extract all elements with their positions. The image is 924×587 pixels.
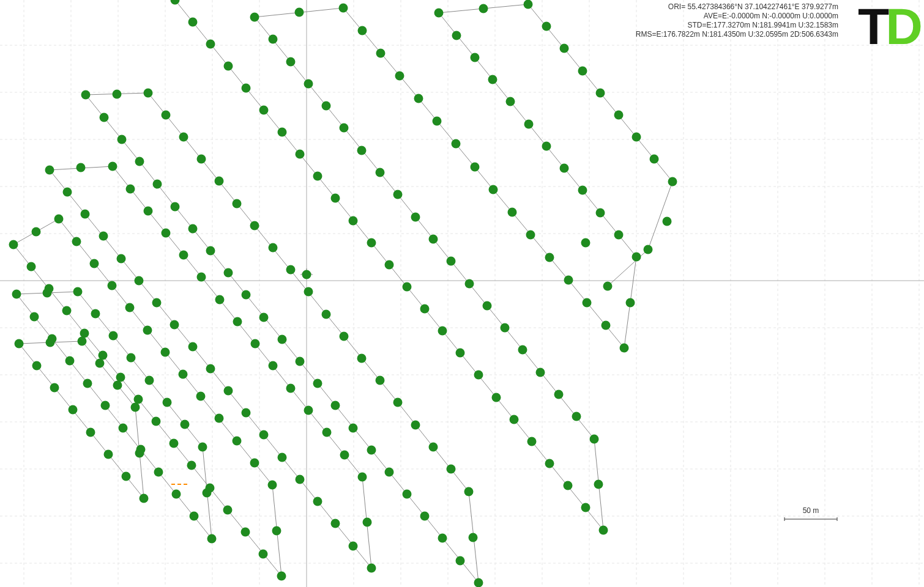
waypoint[interactable] bbox=[331, 194, 340, 203]
waypoint[interactable] bbox=[91, 309, 100, 319]
waypoint[interactable] bbox=[163, 398, 172, 407]
waypoint[interactable] bbox=[603, 282, 613, 291]
waypoint[interactable] bbox=[596, 89, 605, 98]
waypoint[interactable] bbox=[269, 243, 278, 253]
waypoint[interactable] bbox=[152, 298, 162, 308]
waypoint[interactable] bbox=[104, 450, 113, 459]
waypoint[interactable] bbox=[54, 215, 64, 224]
waypoint[interactable] bbox=[434, 9, 444, 18]
waypoint[interactable] bbox=[286, 384, 296, 393]
waypoint[interactable] bbox=[357, 146, 367, 155]
waypoint[interactable] bbox=[154, 468, 163, 477]
waypoint[interactable] bbox=[46, 338, 55, 347]
waypoint[interactable] bbox=[349, 542, 358, 551]
waypoint[interactable] bbox=[278, 128, 287, 137]
waypoint[interactable] bbox=[340, 451, 349, 460]
waypoint[interactable] bbox=[224, 62, 233, 71]
waypoint[interactable] bbox=[376, 376, 385, 385]
waypoint[interactable] bbox=[144, 89, 153, 98]
waypoint[interactable] bbox=[403, 282, 412, 292]
waypoint[interactable] bbox=[668, 177, 677, 186]
map-svg[interactable] bbox=[0, 0, 924, 587]
waypoint[interactable] bbox=[43, 289, 52, 298]
waypoint[interactable] bbox=[296, 475, 305, 484]
waypoint[interactable] bbox=[259, 313, 269, 322]
waypoint[interactable] bbox=[259, 106, 269, 115]
waypoint[interactable] bbox=[80, 329, 89, 338]
waypoint[interactable] bbox=[447, 257, 456, 266]
waypoint[interactable] bbox=[322, 428, 332, 437]
waypoint[interactable] bbox=[242, 84, 251, 93]
waypoint[interactable] bbox=[583, 298, 592, 308]
waypoint[interactable] bbox=[590, 435, 599, 444]
waypoint[interactable] bbox=[438, 327, 447, 336]
waypoint[interactable] bbox=[614, 111, 624, 120]
waypoint[interactable] bbox=[187, 461, 196, 470]
waypoint[interactable] bbox=[581, 238, 591, 248]
waypoint[interactable] bbox=[322, 310, 331, 319]
waypoint[interactable] bbox=[340, 332, 349, 341]
waypoint[interactable] bbox=[313, 172, 322, 181]
waypoint[interactable] bbox=[95, 359, 105, 368]
waypoint[interactable] bbox=[250, 13, 259, 22]
waypoint[interactable] bbox=[376, 168, 385, 177]
waypoint[interactable] bbox=[108, 281, 117, 290]
waypoint[interactable] bbox=[524, 0, 533, 9]
waypoint[interactable] bbox=[126, 185, 135, 194]
waypoint[interactable] bbox=[101, 401, 110, 410]
waypoint[interactable] bbox=[471, 163, 480, 172]
waypoint[interactable] bbox=[250, 221, 259, 231]
waypoint[interactable] bbox=[296, 150, 305, 159]
waypoint[interactable] bbox=[131, 403, 140, 412]
waypoint[interactable] bbox=[474, 578, 483, 588]
waypoint[interactable] bbox=[483, 301, 492, 311]
waypoint[interactable] bbox=[215, 177, 224, 186]
waypoint[interactable] bbox=[433, 117, 442, 126]
waypoint[interactable] bbox=[278, 453, 287, 462]
waypoint[interactable] bbox=[506, 97, 515, 106]
waypoint[interactable] bbox=[367, 446, 376, 455]
waypoint[interactable] bbox=[331, 401, 340, 410]
waypoint[interactable] bbox=[76, 163, 86, 172]
waypoint[interactable] bbox=[153, 180, 162, 189]
waypoint[interactable] bbox=[474, 371, 483, 380]
waypoint[interactable] bbox=[438, 534, 447, 543]
waypoint[interactable] bbox=[339, 4, 348, 13]
waypoint[interactable] bbox=[171, 202, 180, 212]
waypoint[interactable] bbox=[357, 354, 367, 363]
waypoint[interactable] bbox=[196, 392, 206, 401]
waypoint[interactable] bbox=[122, 472, 131, 481]
waypoint[interactable] bbox=[536, 368, 545, 377]
waypoint[interactable] bbox=[620, 344, 629, 353]
waypoint[interactable] bbox=[304, 287, 313, 297]
waypoint[interactable] bbox=[488, 75, 497, 84]
waypoint[interactable] bbox=[12, 290, 21, 299]
waypoint[interactable] bbox=[135, 449, 144, 458]
waypoint[interactable] bbox=[302, 270, 311, 279]
waypoint[interactable] bbox=[447, 465, 456, 474]
waypoint[interactable] bbox=[632, 253, 641, 262]
waypoint[interactable] bbox=[358, 473, 367, 482]
waypoint[interactable] bbox=[650, 155, 659, 164]
waypoint[interactable] bbox=[233, 317, 242, 327]
waypoint[interactable] bbox=[170, 320, 179, 330]
waypoint[interactable] bbox=[545, 459, 554, 468]
waypoint[interactable] bbox=[206, 246, 215, 256]
waypoint[interactable] bbox=[599, 526, 608, 535]
waypoint[interactable] bbox=[190, 512, 199, 521]
waypoint[interactable] bbox=[30, 312, 39, 322]
waypoint[interactable] bbox=[464, 487, 474, 497]
waypoint[interactable] bbox=[116, 373, 125, 382]
waypoint[interactable] bbox=[50, 383, 59, 393]
waypoint[interactable] bbox=[140, 494, 149, 503]
waypoint[interactable] bbox=[395, 72, 404, 81]
waypoint[interactable] bbox=[117, 254, 126, 264]
waypoint[interactable] bbox=[602, 321, 611, 330]
waypoint[interactable] bbox=[471, 53, 480, 62]
waypoint[interactable] bbox=[564, 481, 573, 490]
waypoint[interactable] bbox=[170, 439, 179, 448]
waypoint[interactable] bbox=[385, 468, 394, 477]
waypoint[interactable] bbox=[560, 164, 569, 173]
waypoint[interactable] bbox=[127, 353, 136, 363]
waypoint[interactable] bbox=[385, 260, 394, 270]
